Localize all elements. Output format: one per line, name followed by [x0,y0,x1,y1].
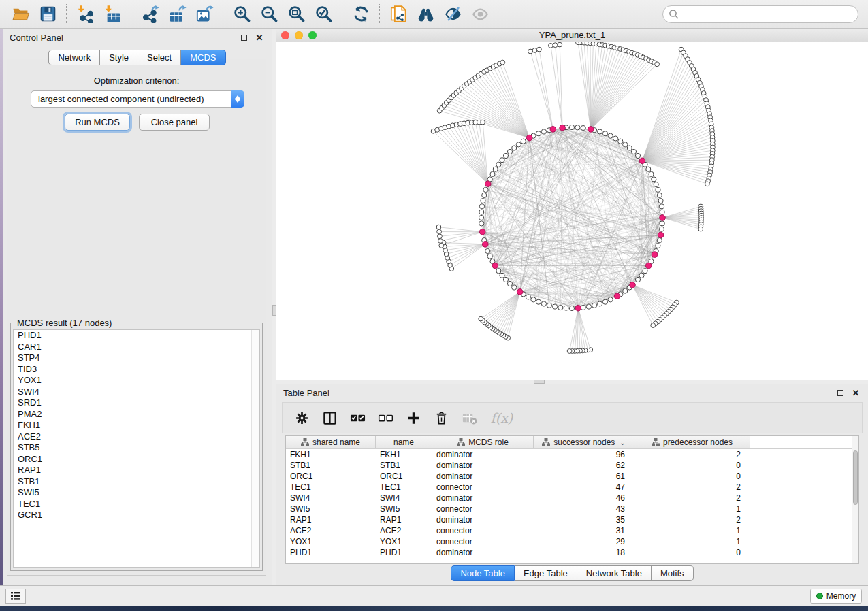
tab-network[interactable]: Network [48,50,100,65]
mcds-result-item[interactable]: CAR1 [14,342,259,353]
network-canvas[interactable] [276,42,868,380]
zoom-out-icon [260,5,278,23]
table-panel-close-button[interactable]: ✕ [850,387,861,398]
column-header-name[interactable]: name [376,436,432,448]
export-image-button[interactable] [191,2,218,27]
column-header-MCDS-role[interactable]: MCDS role [432,436,534,448]
result-list-scrollbar[interactable] [251,330,259,567]
table-row[interactable]: PHD1PHD1dominator180 [286,547,858,558]
mcds-result-item[interactable]: SWI5 [14,487,259,499]
show-hide-eye-icon [471,5,489,23]
mcds-tab-content: Optimization criterion: largest connecte… [7,59,266,576]
column-visibility-button[interactable] [320,408,339,428]
import-network-button[interactable] [71,2,99,27]
zoom-selected-button[interactable] [310,2,337,27]
tab-motifs[interactable]: Motifs [652,565,694,581]
select-all-rows-button[interactable] [348,408,367,428]
import-table-button[interactable] [99,2,126,27]
add-column-button[interactable] [404,408,423,428]
cell-name: ACE2 [376,526,432,535]
mcds-result-item[interactable]: TID3 [14,364,259,376]
save-session-button[interactable] [34,2,61,27]
table-row[interactable]: SWI5SWI5connector431 [286,503,858,514]
memory-status-icon [816,593,823,599]
delete-column-button[interactable] [432,408,451,428]
cell-successor-nodes: 43 [534,504,634,514]
table-scrollbar-thumb[interactable] [853,450,858,505]
mcds-result-item[interactable]: GCR1 [14,510,259,521]
table-row[interactable]: FKH1FKH1dominator962 [286,449,858,460]
cell-shared-name: ORC1 [286,472,376,481]
close-panel-button[interactable]: Close panel [139,114,210,131]
column-type-icon [301,438,309,446]
tab-select[interactable]: Select [138,50,181,65]
mcds-result-item[interactable]: PMA2 [14,409,259,420]
search-icon [669,9,679,20]
graphics-details-button[interactable] [439,2,466,27]
table-row[interactable]: ORC1ORC1dominator610 [286,471,858,482]
mcds-result-item[interactable]: ORC1 [14,454,259,465]
control-panel-float-button[interactable] [238,32,249,43]
table-row[interactable]: RAP1RAP1dominator352 [286,514,858,525]
new-network-from-selection-button[interactable] [385,2,412,27]
mcds-result-item[interactable]: PHD1 [14,330,259,342]
memory-button[interactable]: Memory [810,589,862,604]
column-label: successor nodes [553,437,615,447]
table-row[interactable]: SWI4SWI4dominator462 [286,493,858,503]
cell-predecessor-nodes: 0 [634,461,750,470]
export-network-button[interactable] [136,2,163,27]
control-panel-close-button[interactable]: ✕ [254,32,265,43]
table-panel-float-button[interactable] [835,387,846,398]
table-settings-button[interactable] [292,408,311,428]
table-scrollbar[interactable] [852,436,858,563]
column-header-predecessor-nodes[interactable]: predecessor nodes [634,436,750,448]
mcds-result-item[interactable]: TEC1 [14,499,259,510]
table-tabs: Node TableEdge TableNetwork TableMotifs [276,565,868,581]
mcds-result-item[interactable]: SWI4 [14,386,259,398]
tab-network-table[interactable]: Network Table [577,565,652,581]
refresh-icon [352,5,370,23]
deselect-all-rows-button[interactable] [376,408,395,428]
search-network-button[interactable] [412,2,439,27]
mcds-result-item[interactable]: ACE2 [14,431,259,443]
cell-name: RAP1 [376,515,432,525]
mcds-result-item[interactable]: STB5 [14,442,259,454]
zoom-in-button[interactable] [228,2,255,27]
run-mcds-button[interactable]: Run MCDS [65,114,130,131]
mcds-result-list: PHD1CAR1STP4TID3YOX1SWI4SRD1PMA2FKH1ACE2… [13,329,260,568]
cell-successor-nodes: 61 [534,472,634,481]
mcds-result-item[interactable]: STB1 [14,476,259,488]
mcds-result-item[interactable]: YOX1 [14,375,259,386]
tab-node-table[interactable]: Node Table [451,565,515,581]
table-panel-title: Table Panel [283,388,329,398]
float-icon [241,35,247,41]
show-hide-eye-button[interactable] [466,2,494,27]
column-header-shared-name[interactable]: shared name [286,436,376,448]
open-file-button[interactable] [7,2,34,27]
zoom-fit-button[interactable] [283,2,310,27]
mcds-result-item[interactable]: FKH1 [14,420,259,431]
tab-mcds[interactable]: MCDS [181,50,225,65]
mcds-result-item[interactable]: SRD1 [14,397,259,409]
table-row[interactable]: ACE2ACE2connector311 [286,525,858,536]
application-window: Control Panel ✕ NetworkStyleSelectMCDS O… [0,0,868,611]
tab-edge-table[interactable]: Edge Table [515,565,577,581]
export-table-button[interactable] [163,2,191,27]
column-label: predecessor nodes [663,437,733,447]
export-image-icon [195,5,214,23]
table-row[interactable]: TEC1TEC1connector472 [286,482,858,493]
tab-style[interactable]: Style [100,50,138,65]
column-header-successor-nodes[interactable]: successor nodes⌄ [534,436,634,448]
refresh-button[interactable] [347,2,374,27]
table-row[interactable]: YOX1YOX1connector291 [286,536,858,547]
optimization-criterion-select[interactable]: largest connected component (undirected) [31,90,244,108]
status-bar: Memory [0,585,868,606]
mcds-result-item[interactable]: STP4 [14,352,259,364]
task-history-button[interactable] [5,589,26,604]
table-row[interactable]: STB1STB1dominator620 [286,460,858,471]
column-label: MCDS role [468,437,509,447]
cell-shared-name: ACE2 [286,526,376,535]
search-input[interactable] [662,5,858,23]
mcds-result-item[interactable]: RAP1 [14,465,259,476]
zoom-out-button[interactable] [255,2,283,27]
